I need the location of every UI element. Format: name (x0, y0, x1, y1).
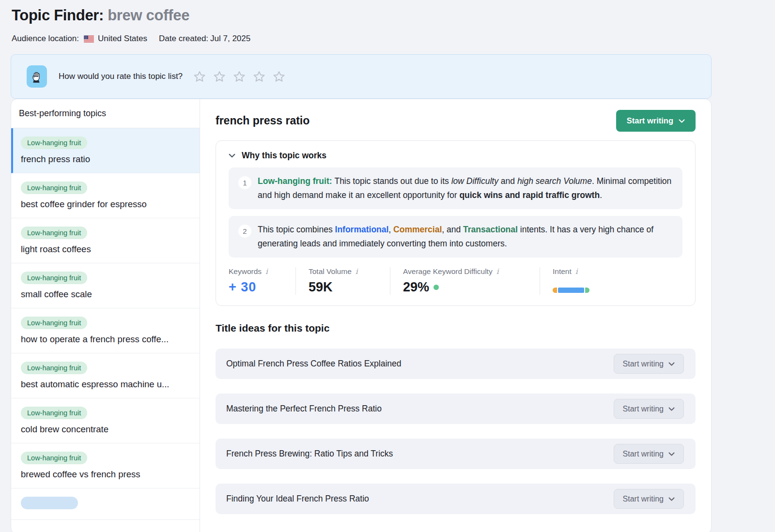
star-icon[interactable] (212, 70, 227, 84)
sidebar-topic-item[interactable]: Low-hanging fruit how to operate a frenc… (11, 308, 200, 353)
start-writing-button[interactable]: Start writing (614, 489, 684, 509)
chevron-down-icon (668, 452, 675, 456)
low-hanging-fruit-badge: Low-hanging fruit (21, 407, 87, 419)
low-hanging-fruit-badge: Low-hanging fruit (21, 452, 87, 464)
low-hanging-fruit-badge: Low-hanging fruit (21, 182, 87, 194)
low-hanging-fruit-badge (21, 497, 78, 509)
star-icon[interactable] (252, 70, 266, 84)
low-hanging-fruit-badge: Low-hanging fruit (21, 272, 87, 284)
sidebar-header: Best-performing topics (11, 99, 200, 128)
rating-question: How would you rate this topic list? (59, 72, 183, 81)
title-idea-text: Optimal French Press Coffee Ratios Expla… (226, 359, 402, 369)
audience-location-value: United States (98, 34, 147, 44)
waving-hand-icon (27, 65, 47, 88)
sidebar-topic-item[interactable]: Low-hanging fruit cold brew concentrate (11, 398, 200, 443)
chevron-down-icon (679, 119, 685, 123)
info-icon[interactable]: i (575, 267, 578, 276)
metrics-row: Keywords i + 30 Total Volume i 59K (229, 267, 682, 295)
sidebar-topic-title: best automatic espresso machine u... (21, 379, 190, 390)
sidebar-topic-title: brewed coffee vs french press (21, 469, 190, 480)
sidebar-topic-title: small coffee scale (21, 289, 190, 300)
rating-stars (192, 70, 286, 84)
selected-topic-title: french press ratio (216, 114, 310, 127)
chevron-down-icon (668, 407, 675, 411)
start-writing-label: Start writing (623, 360, 664, 368)
low-hanging-fruit-badge: Low-hanging fruit (21, 317, 87, 329)
collapse-chevron-icon (229, 153, 235, 158)
meta-row: Audience location: (12, 34, 775, 44)
keyword-difficulty-value: 29% (403, 280, 429, 295)
metric-intent: Intent i (553, 267, 602, 295)
page-title-prefix: Topic Finder: (12, 7, 104, 24)
date-created: Date created:Jul 7, 2025 (159, 34, 252, 44)
intent-label: Intent (553, 267, 572, 276)
total-volume-value: 59K (309, 280, 377, 295)
star-icon[interactable] (192, 70, 207, 84)
chevron-down-icon (668, 497, 675, 501)
sidebar-topic-item[interactable]: Low-hanging fruit best coffee grinder fo… (11, 173, 200, 218)
info-icon[interactable]: i (265, 267, 268, 276)
us-flag-icon (84, 35, 94, 43)
start-writing-button[interactable]: Start writing (616, 110, 696, 132)
star-icon[interactable] (232, 70, 247, 84)
why-point: 2 This topic combines Informational, Com… (229, 216, 682, 258)
low-hanging-fruit-badge: Low-hanging fruit (21, 362, 87, 374)
intent-informational-segment (558, 288, 584, 293)
title-ideas-header: Title ideas for this topic (216, 322, 696, 334)
divider (540, 267, 540, 295)
keywords-label: Keywords (229, 267, 262, 276)
why-topic-works-card: Why this topic works 1 Low-hanging fruit… (216, 140, 696, 306)
topic-detail-header: french press ratio Start writing (216, 110, 696, 132)
sidebar-topic-title: best coffee grinder for espresso (21, 199, 190, 210)
sidebar-topic-item[interactable]: Low-hanging fruit french press ratio (11, 128, 200, 173)
title-idea-row: French Press Brewing: Ratio Tips and Tri… (216, 439, 696, 469)
page-title: Topic Finder:brew coffee (12, 7, 775, 24)
point-number: 1 (238, 176, 251, 189)
content-card: Best-performing topics Low-hanging fruit… (11, 99, 712, 532)
why-topic-works-title: Why this topic works (242, 151, 326, 161)
metric-keyword-difficulty: Average Keyword Difficulty i 29% (403, 267, 540, 295)
sidebar-topic-item[interactable]: Low-hanging fruit brewed coffee vs frenc… (11, 443, 200, 488)
sidebar-topic-title: how to operate a french press coffe... (21, 334, 190, 345)
start-writing-label: Start writing (623, 495, 664, 503)
topics-sidebar: Best-performing topics Low-hanging fruit… (11, 99, 200, 532)
metric-total-volume: Total Volume i 59K (309, 267, 390, 295)
title-idea-text: French Press Brewing: Ratio Tips and Tri… (226, 449, 393, 459)
intent-commercial-segment (553, 288, 557, 293)
intent-distribution-bar (553, 288, 589, 293)
title-idea-row: Optimal French Press Coffee Ratios Expla… (216, 349, 696, 379)
sidebar-topic-item[interactable]: Low-hanging fruit best automatic espress… (11, 353, 200, 398)
point-text: This topic combines Informational, Comme… (258, 223, 673, 251)
topic-detail-panel: french press ratio Start writing Why thi… (200, 99, 711, 532)
page-header: Topic Finder:brew coffee Audience locati… (0, 0, 775, 44)
total-volume-label: Total Volume (309, 267, 352, 276)
start-writing-label: Start writing (627, 116, 673, 125)
metric-keywords: Keywords i + 30 (229, 267, 295, 295)
why-point: 1 Low-hanging fruit: This topic stands o… (229, 167, 682, 209)
start-writing-button[interactable]: Start writing (614, 354, 684, 374)
sidebar-topic-item[interactable]: Low-hanging fruit small coffee scale (11, 263, 200, 308)
start-writing-button[interactable]: Start writing (614, 444, 684, 464)
info-icon[interactable]: i (356, 267, 358, 276)
point-number: 2 (238, 225, 251, 238)
sidebar-topic-title: light roast coffees (21, 244, 190, 255)
sidebar-topic-item[interactable]: Low-hanging fruit light roast coffees (11, 218, 200, 263)
title-idea-row: Finding Your Ideal French Press Ratio St… (216, 484, 696, 514)
point-text: Low-hanging fruit: This topic stands out… (258, 174, 673, 202)
info-icon[interactable]: i (496, 267, 499, 276)
why-topic-works-header[interactable]: Why this topic works (229, 151, 682, 161)
sidebar-topic-title: french press ratio (21, 154, 190, 165)
sidebar-topic-title: cold brew concentrate (21, 424, 190, 435)
date-created-label: Date created: (159, 34, 208, 43)
title-idea-text: Mastering the Perfect French Press Ratio (226, 404, 382, 414)
title-idea-text: Finding Your Ideal French Press Ratio (226, 494, 369, 504)
rating-banner: How would you rate this topic list? (11, 54, 712, 99)
sidebar-topic-item[interactable] (11, 488, 200, 520)
chevron-down-icon (668, 362, 675, 366)
start-writing-button[interactable]: Start writing (614, 399, 684, 419)
topic-finder-page: Topic Finder:brew coffee Audience locati… (0, 0, 775, 532)
keyword-difficulty-label: Average Keyword Difficulty (403, 267, 493, 276)
date-created-value: Jul 7, 2025 (210, 34, 250, 43)
star-icon[interactable] (272, 70, 286, 84)
audience-location-label: Audience location: (12, 34, 79, 44)
